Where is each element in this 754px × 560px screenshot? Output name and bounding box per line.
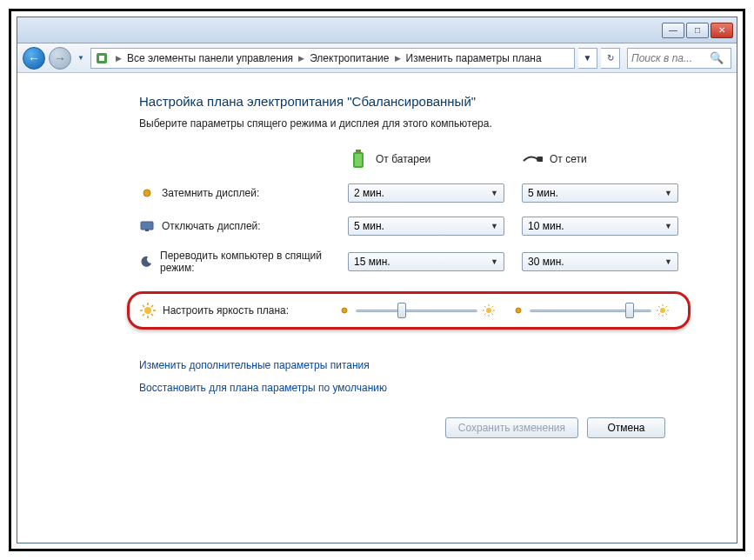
brightness-row-highlight: Настроить яркость плана: xyxy=(127,291,691,330)
svg-point-20 xyxy=(342,308,347,313)
svg-line-17 xyxy=(151,314,153,316)
minimize-button[interactable]: — xyxy=(662,23,684,38)
column-header-battery: От батареи xyxy=(348,149,504,170)
svg-line-27 xyxy=(492,314,494,316)
column-header-plugged-label: От сети xyxy=(550,153,587,165)
brightness-battery-slider[interactable] xyxy=(356,303,477,317)
control-panel-icon xyxy=(95,51,109,65)
chevron-down-icon: ▼ xyxy=(490,189,498,197)
svg-line-38 xyxy=(658,314,660,316)
brightness-battery-cell xyxy=(338,303,495,317)
settings-grid: От батареи От сети Затемнить дисплей: 2 … xyxy=(139,149,684,333)
breadcrumb-seg-1[interactable]: Электропитание xyxy=(308,52,390,64)
outer-frame: — □ ✕ ← → ▼ ▶ Все элементы панели управл… xyxy=(9,9,745,551)
chevron-down-icon: ▼ xyxy=(664,189,672,197)
svg-point-21 xyxy=(486,308,491,313)
breadcrumb-seg-0[interactable]: Все элементы панели управления xyxy=(125,52,295,64)
breadcrumb[interactable]: ▶ Все элементы панели управления ▶ Элект… xyxy=(90,48,575,69)
links-section: Изменить дополнительные параметры питани… xyxy=(139,359,684,394)
titlebar: — □ ✕ xyxy=(17,17,737,43)
nav-back-button[interactable]: ← xyxy=(23,47,45,70)
svg-line-37 xyxy=(666,314,668,316)
chevron-down-icon: ▼ xyxy=(664,257,672,266)
svg-point-30 xyxy=(516,308,521,313)
svg-line-19 xyxy=(151,305,153,307)
sun-bright-icon xyxy=(657,304,669,317)
svg-point-8 xyxy=(143,190,150,197)
nav-history-dropdown[interactable]: ▼ xyxy=(75,50,87,67)
slider-thumb[interactable] xyxy=(625,303,634,318)
svg-line-18 xyxy=(143,314,144,316)
off-battery-dropdown[interactable]: 5 мин.▼ xyxy=(348,217,504,236)
svg-line-16 xyxy=(143,305,144,307)
refresh-icon: ↻ xyxy=(607,53,614,63)
cancel-button[interactable]: Отмена xyxy=(587,417,665,438)
sun-bright-icon xyxy=(483,304,495,317)
svg-line-26 xyxy=(484,306,486,308)
breadcrumb-dropdown[interactable]: ▼ xyxy=(578,48,597,69)
plug-icon xyxy=(522,149,543,170)
advanced-settings-link[interactable]: Изменить дополнительные параметры питани… xyxy=(139,359,684,371)
row-label-off: Отключать дисплей: xyxy=(139,218,330,234)
svg-line-28 xyxy=(484,314,486,316)
page-subtitle: Выберите параметры спящего режима и дисп… xyxy=(139,117,684,130)
save-button[interactable]: Сохранить изменения xyxy=(445,417,578,438)
search-box[interactable]: 🔍 xyxy=(627,48,731,69)
sleep-icon xyxy=(139,254,153,270)
row-label-brightness: Настроить яркость плана: xyxy=(140,303,321,318)
svg-rect-5 xyxy=(537,157,543,162)
brightness-plugged-slider[interactable] xyxy=(530,303,651,317)
svg-rect-9 xyxy=(141,222,153,230)
nav-forward-button[interactable]: → xyxy=(49,47,71,70)
svg-line-29 xyxy=(492,306,494,308)
svg-rect-10 xyxy=(145,230,149,231)
chevron-down-icon: ▼ xyxy=(490,222,498,230)
sun-dim-icon xyxy=(512,304,524,317)
sleep-plugged-dropdown[interactable]: 30 мин.▼ xyxy=(522,252,678,271)
battery-icon xyxy=(348,149,369,170)
maximize-button[interactable]: □ xyxy=(686,23,709,38)
off-plugged-dropdown[interactable]: 10 мин.▼ xyxy=(522,217,678,236)
svg-rect-2 xyxy=(356,150,361,152)
search-input[interactable] xyxy=(631,52,710,64)
arrow-right-icon: → xyxy=(54,51,66,65)
brightness-icon xyxy=(140,303,156,318)
dim-plugged-dropdown[interactable]: 5 мин.▼ xyxy=(522,183,678,203)
chevron-down-icon: ▼ xyxy=(664,222,672,230)
brightness-plugged-cell xyxy=(512,303,669,317)
dim-battery-dropdown[interactable]: 2 мин.▼ xyxy=(348,183,504,203)
dim-icon xyxy=(139,185,155,201)
search-icon: 🔍 xyxy=(710,51,724,64)
chevron-right-icon: ▶ xyxy=(295,54,308,63)
svg-point-31 xyxy=(660,308,665,313)
column-header-battery-label: От батареи xyxy=(376,153,430,165)
column-header-plugged: От сети xyxy=(522,149,678,170)
refresh-button[interactable]: ↻ xyxy=(601,48,620,69)
chevron-down-icon: ▼ xyxy=(490,257,498,266)
content-area: Настройка плана электропитания "Сбаланси… xyxy=(17,73,737,543)
button-row: Сохранить изменения Отмена xyxy=(139,404,684,450)
chevron-right-icon: ▶ xyxy=(391,54,404,63)
restore-defaults-link[interactable]: Восстановить для плана параметры по умол… xyxy=(139,382,684,394)
svg-point-11 xyxy=(144,307,151,314)
navbar: ← → ▼ ▶ Все элементы панели управления ▶… xyxy=(17,43,737,73)
row-label-sleep: Переводить компьютер в спящий режим: xyxy=(139,250,330,274)
svg-rect-1 xyxy=(99,56,104,61)
close-button[interactable]: ✕ xyxy=(711,23,733,38)
slider-thumb[interactable] xyxy=(397,303,406,318)
svg-line-39 xyxy=(666,306,668,308)
display-off-icon xyxy=(139,218,155,234)
page-title: Настройка плана электропитания "Сбаланси… xyxy=(139,94,684,109)
window: — □ ✕ ← → ▼ ▶ Все элементы панели управл… xyxy=(17,17,737,543)
breadcrumb-seg-2[interactable]: Изменить параметры плана xyxy=(404,52,544,64)
svg-line-36 xyxy=(658,306,660,308)
sun-dim-icon xyxy=(338,304,350,317)
row-label-dim: Затемнить дисплей: xyxy=(139,185,330,201)
arrow-left-icon: ← xyxy=(28,51,40,65)
svg-rect-4 xyxy=(355,154,362,166)
sleep-battery-dropdown[interactable]: 15 мин.▼ xyxy=(348,252,504,271)
chevron-right-icon: ▶ xyxy=(112,54,125,63)
